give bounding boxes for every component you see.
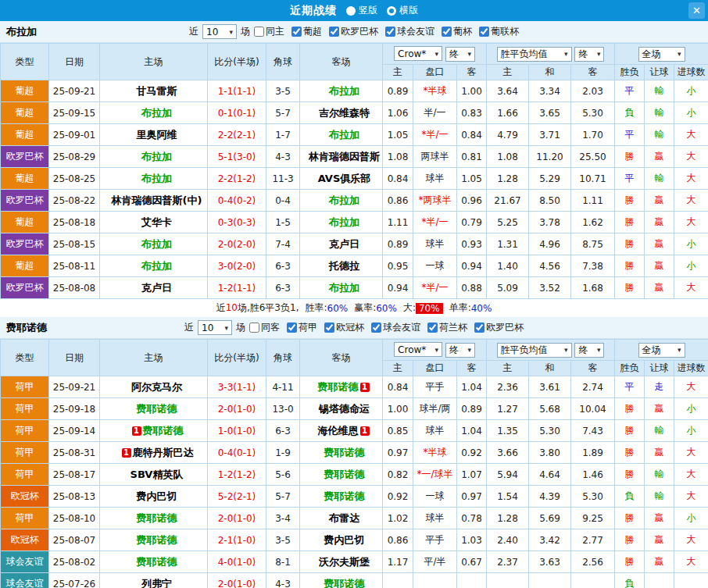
match-score[interactable]: 2-2(2-1) xyxy=(208,124,266,146)
team-cell[interactable]: 费耶诺德 xyxy=(100,529,208,551)
team-cell[interactable]: 海伦维恩1 xyxy=(300,420,383,442)
team-cell[interactable]: 列弗宁 xyxy=(100,573,208,588)
filter-option[interactable]: 葡杯 xyxy=(442,25,472,38)
filter-checkbox[interactable] xyxy=(324,323,334,333)
team-cell[interactable]: 1鹿特丹斯巴达 xyxy=(100,442,208,464)
filter-checkbox[interactable] xyxy=(442,27,452,37)
match-score[interactable]: 2-2(1-2) xyxy=(208,168,266,190)
match-count-select[interactable]: 10▾ xyxy=(202,24,237,39)
team-cell[interactable]: 布拉加 xyxy=(100,102,208,124)
match-score[interactable]: 5-2(2-1) xyxy=(208,486,266,508)
match-score[interactable]: 4-0(1-0) xyxy=(208,551,266,573)
filter-checkbox[interactable] xyxy=(385,27,395,37)
match-score[interactable]: 2-1(1-0) xyxy=(208,529,266,551)
filter-option[interactable]: 葡联杯 xyxy=(479,25,519,38)
match-score[interactable]: 1-2(1-1) xyxy=(208,277,266,299)
match-score[interactable]: 0-1(0-1) xyxy=(208,102,266,124)
match-score[interactable]: 3-0(2-0) xyxy=(208,255,266,277)
filter-option[interactable]: 欧冠杯 xyxy=(324,321,364,334)
match-scope-select[interactable]: 全场▾ xyxy=(638,47,685,62)
team-cell[interactable]: 费耶诺德 xyxy=(100,398,208,420)
team-cell[interactable]: 费耶诺德 xyxy=(300,486,383,508)
match-score[interactable]: 2-0(1-0) xyxy=(208,398,266,420)
filter-option[interactable]: 欧罗巴杯 xyxy=(329,25,378,38)
layout-radio-horizontal[interactable]: 横版 xyxy=(387,4,418,17)
team-cell[interactable]: 吉尔维森特 xyxy=(300,102,383,124)
team-cell[interactable]: 布拉加 xyxy=(300,124,383,146)
filter-option[interactable]: 同客 xyxy=(249,321,280,334)
match-score[interactable]: 0-3(0-3) xyxy=(208,212,266,233)
team-cell[interactable]: 费耶诺德 xyxy=(100,508,208,529)
team-cell[interactable]: 锡塔德命运 xyxy=(300,398,383,420)
team-cell[interactable]: 布拉加 xyxy=(300,212,383,233)
odds-source-select[interactable]: Crow*▾ xyxy=(394,46,442,61)
filter-checkbox[interactable] xyxy=(371,323,381,333)
team-cell[interactable]: 1费耶诺德 xyxy=(100,420,208,442)
layout-radio-vertical[interactable]: 竖版 xyxy=(346,4,377,17)
team-cell[interactable]: 费耶诺德 xyxy=(100,551,208,573)
team-cell[interactable]: 费耶诺德1 xyxy=(300,376,383,398)
team-cell[interactable]: 费耶诺德 xyxy=(300,464,383,486)
filter-option[interactable]: 球会友谊 xyxy=(385,25,434,38)
team-cell[interactable]: 布拉加 xyxy=(100,168,208,190)
team-cell[interactable]: 费耶诺德 xyxy=(300,442,383,464)
wdl-average-select[interactable]: 胜平负均值▾ xyxy=(497,47,572,62)
match-score[interactable]: 0-4(0-1) xyxy=(208,442,266,464)
match-count-select[interactable]: 10▾ xyxy=(198,320,232,335)
filter-checkbox[interactable] xyxy=(254,27,264,37)
match-score[interactable]: 3-3(1-1) xyxy=(208,376,266,398)
close-icon[interactable]: ✕ xyxy=(688,2,705,19)
wdl-average-select[interactable]: 胜平负均值▾ xyxy=(497,343,572,358)
match-score[interactable]: 1-1(1-1) xyxy=(208,80,266,102)
team-cell[interactable]: 布拉加 xyxy=(300,277,383,299)
team-cell[interactable]: 布拉加 xyxy=(100,233,208,255)
match-score[interactable]: 2-0(1-0) xyxy=(208,508,266,529)
filter-checkbox[interactable] xyxy=(287,323,297,333)
team-cell[interactable]: 布拉加 xyxy=(100,146,208,168)
match-scope-select[interactable]: 全场▾ xyxy=(638,343,685,358)
team-cell[interactable]: 布拉加 xyxy=(300,80,383,102)
filter-option[interactable]: 欧罗巴杯 xyxy=(474,321,524,334)
filter-option[interactable]: 葡超 xyxy=(291,25,322,38)
match-score[interactable]: 0-4(0-2) xyxy=(208,190,266,212)
team-cell[interactable]: 里奥阿维 xyxy=(100,124,208,146)
filter-checkbox[interactable] xyxy=(249,323,259,333)
match-score[interactable]: 2-0(2-0) xyxy=(208,233,266,255)
team-cell[interactable]: 布拉加 xyxy=(100,255,208,277)
filter-checkbox[interactable] xyxy=(474,323,485,333)
team-cell[interactable]: 艾华卡 xyxy=(100,212,208,233)
team-cell[interactable]: 费内巴切 xyxy=(100,486,208,508)
avg-draw: 4.96 xyxy=(529,233,571,255)
team-cell[interactable]: 布拉加 xyxy=(300,190,383,212)
team-cell[interactable]: 克卢日 xyxy=(300,233,383,255)
final-odds-select[interactable]: 终▾ xyxy=(445,343,475,358)
match-score[interactable]: 1-0(1-0) xyxy=(208,420,266,442)
final-avg-select[interactable]: 终▾ xyxy=(574,343,604,358)
team-cell[interactable]: 费内巴切 xyxy=(300,529,383,551)
filter-checkbox[interactable] xyxy=(291,27,302,37)
match-score[interactable]: 5-1(3-0) xyxy=(208,146,266,168)
match-score[interactable]: 1-2(1-2) xyxy=(208,464,266,486)
filter-option[interactable]: 同主 xyxy=(254,25,284,38)
team-cell[interactable]: 阿尔克马尔 xyxy=(100,376,208,398)
odds-source-select[interactable]: Crow*▾ xyxy=(394,342,442,357)
team-cell[interactable]: 林肯瑞德因普斯 xyxy=(300,146,383,168)
filter-checkbox[interactable] xyxy=(329,27,339,37)
filter-option[interactable]: 球会友谊 xyxy=(371,321,420,334)
team-cell[interactable]: 克卢日 xyxy=(100,277,208,299)
team-cell[interactable]: 布雷达 xyxy=(300,508,383,529)
team-cell[interactable]: 托德拉 xyxy=(300,255,383,277)
team-cell[interactable]: 沃尔夫斯堡 xyxy=(300,551,383,573)
final-avg-select[interactable]: 终▾ xyxy=(574,47,604,62)
team-cell[interactable]: 费耶诺德 xyxy=(300,573,383,588)
team-cell[interactable]: 甘马雷斯 xyxy=(100,80,208,102)
final-odds-select[interactable]: 终▾ xyxy=(445,47,475,62)
filter-option[interactable]: 荷兰杯 xyxy=(427,321,467,334)
team-cell[interactable]: AVS俱乐部 xyxy=(300,168,383,190)
team-cell[interactable]: 林肯瑞德因普斯(中) xyxy=(100,190,208,212)
filter-option[interactable]: 荷甲 xyxy=(287,321,317,334)
filter-checkbox[interactable] xyxy=(427,323,438,333)
team-cell[interactable]: SBV精英队 xyxy=(100,464,208,486)
match-score[interactable]: 2-0(1-0) xyxy=(208,573,266,588)
filter-checkbox[interactable] xyxy=(479,27,489,37)
